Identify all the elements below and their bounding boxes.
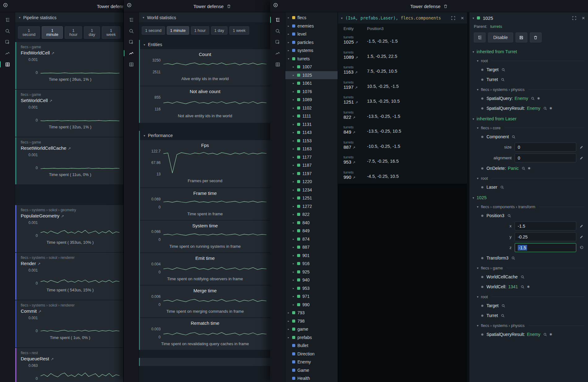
undo-icon[interactable] [579,246,584,250]
tree-item-1111[interactable]: ▸1111 [285,112,338,120]
tree-item-Game[interactable]: Game [285,366,338,375]
tree-item-1163[interactable]: ▸1163 [285,145,338,153]
tree-item-turrets[interactable]: ▾turrets [285,55,338,63]
component-value-link[interactable]: Panic [508,166,519,171]
tree-item-887[interactable]: ▸887 [285,243,338,251]
tree-item-1061[interactable]: ▸1061 [285,79,338,88]
tree-item-systems[interactable]: ▸systems [285,46,338,55]
chart-icon[interactable] [127,49,136,58]
tree-item-971[interactable]: ▸971 [285,292,338,301]
chevron-down-icon[interactable]: ▾ [473,16,474,20]
magnifier-icon[interactable] [511,256,515,260]
tree-item-793[interactable]: ▸793 [285,309,338,317]
close-icon[interactable]: × [582,15,585,21]
component-value-link[interactable]: Enemy [527,332,541,337]
tree-view-button[interactable] [474,32,486,42]
tree-item-849[interactable]: ▸849 [285,227,338,235]
chart-icon[interactable] [3,49,12,58]
close-icon[interactable]: × [461,15,464,21]
field-input-alignment[interactable]: 0 [515,153,576,162]
tree-item-level[interactable]: ▸level [285,30,338,38]
time-range-button[interactable]: 1 minute [167,26,189,35]
tree-item-1143[interactable]: ▸1143 [285,128,338,137]
entity-link[interactable]: 849↗ [344,129,367,135]
component-value-link[interactable]: Enemy [527,106,541,111]
system-name-link[interactable]: FindWorldCell↗ [21,50,119,55]
field-input-size[interactable]: 0 [515,143,576,152]
chevron-down-icon[interactable]: ▾ [341,16,343,20]
tree-item-1102[interactable]: ▸1102 [285,104,338,112]
entity-link[interactable]: 1025↗ [344,39,367,45]
time-range-button[interactable]: 1 day [84,26,100,39]
tree-item-925[interactable]: ▸925 [285,268,338,276]
magnifier-icon[interactable] [507,214,511,218]
tree-item-1272[interactable]: ▸1272 [285,202,338,211]
pencil-icon[interactable] [579,235,584,239]
save-button[interactable] [516,32,527,42]
tree-item-840[interactable]: ▸840 [285,219,338,227]
tree-item-enemies[interactable]: ▸enemies [285,22,338,30]
search-icon[interactable] [3,27,12,35]
select-icon[interactable] [3,38,12,46]
inspector-section-header[interactable]: ▾inherited from Turret [469,46,588,56]
magnifier-icon[interactable] [501,78,505,82]
disable-button[interactable]: Disable [488,32,513,42]
system-name-link[interactable]: ResetWorldCellCache↗ [21,145,119,151]
time-range-button[interactable]: 1 second [142,26,165,35]
pencil-icon[interactable] [579,145,584,149]
field-input-z[interactable]: -1.5 [515,243,576,252]
chart-icon[interactable] [273,49,282,58]
component-group-header[interactable]: ▾flecs › systems › physics [469,320,588,329]
tree-item-1251[interactable]: ▸1251 [285,194,338,202]
tree-item-953[interactable]: ▸953 [285,284,338,293]
inspector-section-header[interactable]: ▾inherited from Laser [469,113,588,123]
entity-link[interactable]: 887↗ [344,144,367,150]
table-icon[interactable] [127,60,136,69]
section-header[interactable]: ▾Performance [140,131,270,140]
tree-item-916[interactable]: ▸916 [285,260,338,268]
entity-link[interactable]: 1089↗ [344,54,367,60]
expand-icon[interactable] [572,16,577,20]
component-group-header[interactable]: ▾flecs › core [469,123,588,132]
magnifier-icon[interactable] [521,275,525,279]
entity-link[interactable]: 1197↗ [344,84,367,90]
tree-item-798[interactable]: ▸798 [285,317,338,325]
tree-item-822[interactable]: ▸822 [285,210,338,219]
panel-header[interactable]: ▾ Pipeline statistics [15,12,123,23]
time-range-button[interactable]: 1 week [229,26,249,35]
tree-item-1197[interactable]: ▸1197 [285,170,338,178]
entity-link[interactable]: 1163↗ [344,69,367,75]
system-name-link[interactable]: Commit↗ [21,308,119,314]
tree-item-1089[interactable]: ▸1089 [285,96,338,104]
system-name-link[interactable]: SetWorldCell↗ [21,98,119,103]
tree-item-game[interactable]: ▸game [285,325,338,333]
inspector-section-header[interactable]: ▾1025 [469,192,588,202]
system-name-link[interactable]: DequeueRest↗ [21,356,119,361]
section-header[interactable]: ▾Entities [140,40,270,49]
magnifier-icon[interactable] [501,68,505,72]
component-group-header[interactable]: ▾flecs › components › transform [469,202,588,211]
system-name-link[interactable]: Render↗ [21,261,119,266]
field-input-y[interactable]: -0.25 [515,232,576,241]
pencil-icon[interactable] [579,156,584,160]
field-input-x[interactable]: -1.5 [515,221,576,230]
magnifier-icon[interactable] [501,314,505,318]
entity-link[interactable]: 953↗ [344,159,367,165]
time-range-button[interactable]: 1 second [18,26,40,39]
tree-item-990[interactable]: ▸990 [285,301,338,309]
component-value-link[interactable]: 1341 [508,284,518,289]
tree-item-1076[interactable]: ▸1076 [285,88,338,96]
magnifier-icon[interactable] [521,285,525,289]
tree-item-Enemy[interactable]: Enemy [285,358,338,366]
tree-icon[interactable] [3,15,12,24]
component-value-link[interactable]: Enemy [515,96,528,101]
tree-item-901[interactable]: ▸901 [285,251,338,260]
entity-link[interactable]: 990↗ [344,174,367,180]
tree-item-Health[interactable]: Health [285,374,338,382]
search-icon[interactable] [127,27,136,35]
tree-item-Direction[interactable]: Direction [285,350,338,358]
magnifier-icon[interactable] [543,333,547,337]
component-group-header[interactable]: ▾flecs › game [469,263,588,272]
system-name-link[interactable]: PopulateGeometry↗ [21,213,119,218]
time-range-button[interactable]: 1 minute [42,26,63,39]
